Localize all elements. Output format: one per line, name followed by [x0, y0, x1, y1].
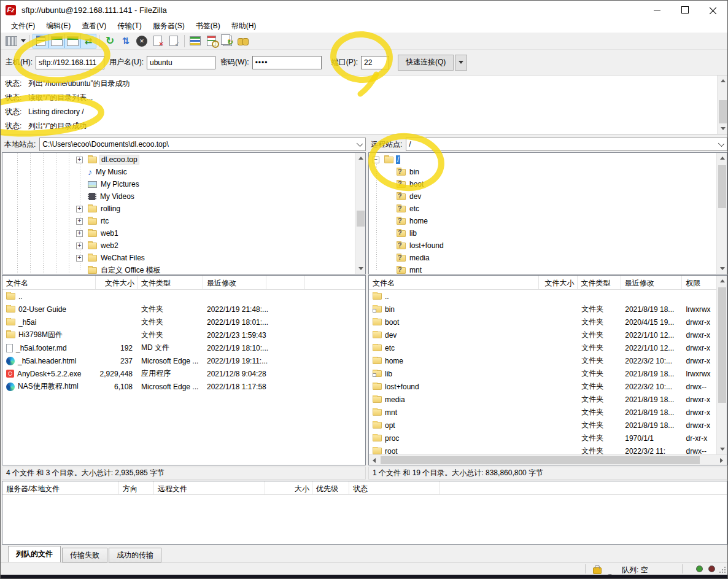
tree-item-root[interactable]: / — [369, 153, 716, 166]
file-row[interactable]: home 文件夹 2022/3/2 10:... drwxr-x — [369, 354, 716, 367]
scroll-left-icon[interactable] — [369, 455, 379, 465]
column-header-filesize[interactable]: 文件大小 — [96, 276, 137, 289]
log-scrollbar[interactable] — [717, 76, 727, 134]
scroll-up-icon[interactable] — [717, 153, 727, 163]
expand-icon[interactable] — [76, 230, 83, 237]
password-input[interactable] — [252, 56, 322, 69]
host-input[interactable] — [36, 56, 104, 69]
compare-button[interactable] — [203, 34, 219, 49]
expand-icon[interactable] — [76, 218, 83, 225]
file-row[interactable]: Hi3798M固件 文件夹 2022/1/23 1:59:43 — [2, 328, 365, 341]
file-row[interactable]: media 文件夹 2021/8/19 18... drwxr-x — [369, 393, 716, 406]
column-header-remote-file[interactable]: 远程文件 — [154, 481, 265, 494]
remote-tree-scrollbar[interactable] — [716, 153, 727, 274]
column-header-filetype[interactable]: 文件类型 — [137, 276, 203, 289]
tree-item-my-videos[interactable]: My Videos — [2, 190, 355, 203]
site-manager-dropdown[interactable] — [19, 34, 27, 49]
tab-failed-transfers[interactable]: 传输失败 — [62, 548, 107, 562]
column-header-filename[interactable]: 文件名ˆ — [2, 276, 96, 289]
tree-item-boot[interactable]: boot — [369, 178, 716, 190]
scroll-down-icon[interactable] — [717, 263, 727, 274]
file-row-up[interactable]: .. — [369, 290, 716, 303]
file-row[interactable]: proc 文件夹 1970/1/1 dr-xr-x — [369, 432, 716, 445]
file-row[interactable]: _h5ai.header.html 237 Microsoft Edge ...… — [2, 354, 365, 367]
column-header-status[interactable]: 状态 — [349, 481, 440, 494]
file-row[interactable]: lost+found 文件夹 2022/3/2 10:... drwx-- — [369, 380, 716, 393]
username-input[interactable] — [147, 56, 215, 69]
tree-item-rtc[interactable]: rtc — [2, 215, 355, 227]
toggle-transfer-queue-button[interactable]: ⇄ — [80, 34, 96, 49]
tree-item-media[interactable]: media — [369, 252, 716, 264]
file-row[interactable]: lib 文件夹 2021/8/19 18... lrwxrwx — [369, 367, 716, 380]
file-row[interactable]: etc 文件夹 2022/1/10 12... drwxr-x — [369, 341, 716, 354]
process-queue-button[interactable]: ⇅ — [118, 34, 134, 49]
toggle-message-log-button[interactable] — [33, 34, 48, 49]
tree-item-lost-found[interactable]: lost+found — [369, 239, 716, 252]
local-site-combo[interactable]: C:\Users\ecoo\Documents\dl.ecoo.top\ — [39, 138, 366, 151]
reconnect-button[interactable]: ✓ — [166, 34, 182, 49]
toggle-remote-tree-button[interactable] — [64, 34, 80, 49]
maximize-button[interactable] — [671, 1, 699, 19]
minimize-button[interactable] — [643, 1, 671, 19]
tree-item-web1[interactable]: web1 — [2, 227, 355, 239]
scroll-down-icon[interactable] — [717, 444, 727, 454]
menu-file[interactable]: 文件(F) — [6, 20, 41, 33]
tree-item-dev[interactable]: dev — [369, 190, 716, 203]
menu-view[interactable]: 查看(V) — [76, 20, 112, 33]
file-row[interactable]: dev 文件夹 2022/1/10 12... drwxr-x — [369, 328, 716, 341]
file-row[interactable]: boot 文件夹 2020/4/15 19... drwxr-x — [369, 316, 716, 328]
quickconnect-button[interactable]: 快速连接(Q) — [398, 55, 454, 71]
tree-item-etc[interactable]: etc — [369, 203, 716, 215]
tree-item-rolling[interactable]: rolling — [2, 203, 355, 215]
scroll-down-icon[interactable] — [718, 123, 728, 134]
column-header-modified[interactable]: 最近修改 — [621, 276, 683, 289]
scroll-down-icon[interactable] — [355, 263, 366, 274]
tree-item-custom-office-templates[interactable]: 自定义 Office 模板 — [2, 264, 355, 274]
expand-icon[interactable] — [76, 255, 83, 262]
menu-bookmarks[interactable]: 书签(B) — [190, 20, 226, 33]
menu-edit[interactable]: 编辑(E) — [41, 20, 76, 33]
close-button[interactable] — [699, 1, 727, 19]
local-tree-scrollbar[interactable] — [355, 153, 365, 274]
column-header-server-local-file[interactable]: 服务器/本地文件 — [2, 481, 119, 494]
filter-button[interactable] — [187, 34, 203, 49]
expand-icon[interactable] — [76, 243, 83, 249]
menu-server[interactable]: 服务器(S) — [147, 20, 190, 33]
tree-item-my-music[interactable]: ♪ My Music — [2, 166, 355, 178]
tree-item-dl-ecoo-top[interactable]: dl.ecoo.top — [2, 153, 355, 166]
tree-item-my-pictures[interactable]: My Pictures — [2, 178, 355, 190]
quickconnect-dropdown[interactable] — [455, 55, 467, 71]
scroll-up-icon[interactable] — [355, 153, 366, 163]
scroll-up-icon[interactable] — [718, 76, 728, 86]
port-input[interactable] — [361, 56, 389, 69]
column-header-filename[interactable]: 文件名ˆ — [369, 276, 539, 289]
file-row[interactable]: bin 文件夹 2021/8/19 18... lrwxrwx — [369, 303, 716, 316]
column-header-filesize[interactable]: 文件大小 — [539, 276, 578, 289]
cancel-button[interactable]: ✕ — [134, 34, 150, 49]
menu-help[interactable]: 帮助(H) — [226, 20, 262, 33]
remote-list-hscrollbar[interactable] — [369, 454, 727, 465]
file-row[interactable]: _h5ai.footer.md 192 MD 文件 2022/1/19 18:1… — [2, 341, 365, 354]
tree-item-web2[interactable]: web2 — [2, 239, 355, 252]
site-manager-button[interactable] — [3, 34, 19, 49]
refresh-button[interactable]: ↻ — [102, 34, 118, 49]
scroll-right-icon[interactable] — [716, 455, 727, 465]
column-header-permissions[interactable]: 权限 — [682, 276, 716, 289]
expand-icon[interactable] — [76, 157, 83, 163]
file-row[interactable]: NAS使用教程.html 6,108 Microsoft Edge ... 20… — [2, 380, 365, 393]
file-row[interactable]: _h5ai 文件夹 2022/1/19 18:01:... — [2, 316, 365, 328]
file-row-up[interactable]: .. — [2, 290, 365, 303]
remote-site-combo[interactable]: / — [406, 138, 727, 151]
file-row[interactable]: opt 文件夹 2021/8/19 18... drwxr-x — [369, 419, 716, 432]
toggle-local-tree-button[interactable] — [48, 34, 64, 49]
tree-item-wechat-files[interactable]: WeChat Files — [2, 252, 355, 264]
tree-item-home[interactable]: home — [369, 215, 716, 227]
column-header-size[interactable]: 大小 — [265, 481, 312, 494]
disconnect-button[interactable]: ✕ — [150, 34, 166, 49]
menu-transfer[interactable]: 传输(T) — [112, 20, 147, 33]
file-row[interactable]: mnt 文件夹 2021/8/19 18... drwxr-x — [369, 406, 716, 419]
tree-item-mnt[interactable]: mnt — [369, 264, 716, 274]
column-header-direction[interactable]: 方向 — [119, 481, 154, 494]
file-row[interactable]: AnyDesk+5.2.2.exe 2,929,448 应用程序 2021/12… — [2, 367, 365, 380]
tab-successful-transfers[interactable]: 成功的传输 — [109, 548, 161, 562]
